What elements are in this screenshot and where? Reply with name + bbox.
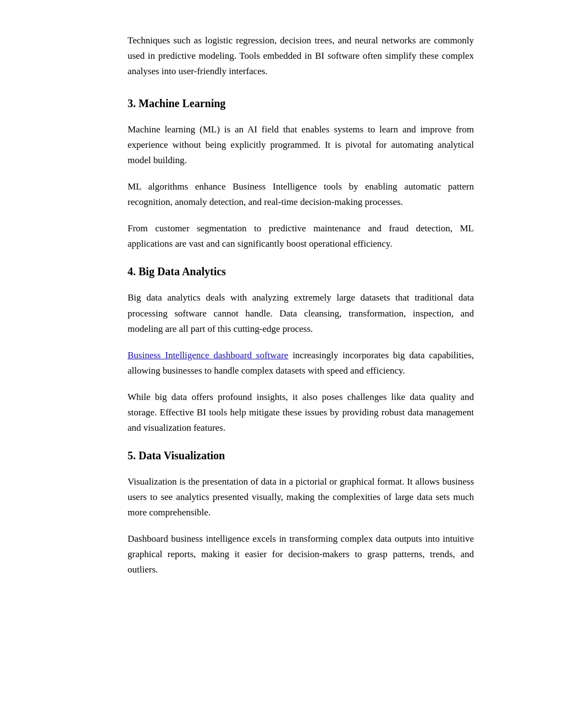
intro-paragraph: Techniques such as logistic regression, … [128,33,474,79]
section-5-para-1: Visualization is the presentation of dat… [128,474,474,520]
section-4-para-3: While big data offers profound insights,… [128,390,474,436]
section-5: 5. Data Visualization Visualization is t… [128,447,474,577]
section-4-heading: 4. Big Data Analytics [128,263,474,280]
section-4-para-1: Big data analytics deals with analyzing … [128,290,474,336]
section-3-para-3: From customer segmentation to predictive… [128,221,474,252]
section-3-para-1: Machine learning (ML) is an AI field tha… [128,122,474,168]
section-4: 4. Big Data Analytics Big data analytics… [128,263,474,435]
section-5-para-2: Dashboard business intelligence excels i… [128,531,474,577]
bi-dashboard-link[interactable]: Business Intelligence dashboard software [128,350,288,360]
section-3-para-2: ML algorithms enhance Business Intellige… [128,179,474,210]
section-3: 3. Machine Learning Machine learning (ML… [128,95,474,252]
content-area: Techniques such as logistic regression, … [67,0,496,621]
section-3-heading: 3. Machine Learning [128,95,474,112]
section-4-para-2: Business Intelligence dashboard software… [128,348,474,379]
section-5-heading: 5. Data Visualization [128,447,474,464]
